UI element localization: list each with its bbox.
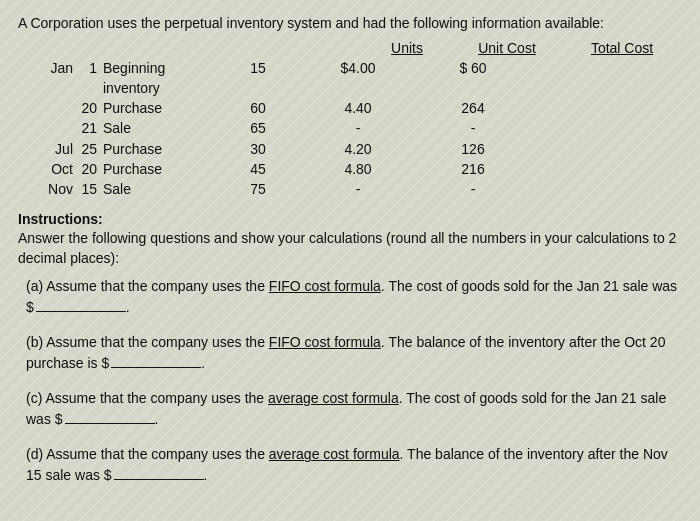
question-c-text3: . (155, 411, 159, 427)
col-header-units: Units (391, 40, 423, 56)
table-row: 21 Sale 65 - - (18, 118, 682, 138)
question-d-text1: Assume that the company uses the (46, 446, 269, 462)
question-a-text1: Assume that the company uses the (46, 278, 269, 294)
desc-cell: Sale (103, 179, 213, 199)
total-cost-cell: $ 60 (413, 58, 533, 78)
total-cost-cell: 126 (413, 139, 533, 159)
unit-cost-cell: 4.80 (303, 159, 413, 179)
unit-cost-cell: $4.00 (303, 58, 413, 78)
day-cell: 15 (73, 179, 103, 199)
question-d-formula: average cost formula (269, 446, 400, 462)
question-b-label: (b) (26, 334, 43, 350)
unit-cost-cell: - (303, 118, 413, 138)
question-b-formula: FIFO cost formula (269, 334, 381, 350)
total-cost-cell: 264 (413, 98, 533, 118)
instructions-section: Instructions: Answer the following quest… (18, 210, 682, 269)
units-cell: 30 (213, 139, 303, 159)
question-b: (b) Assume that the company uses the FIF… (18, 332, 682, 374)
total-cost-cell: - (413, 179, 533, 199)
question-c-text1: Assume that the company uses the (45, 390, 268, 406)
date-cell: Jan (18, 58, 73, 78)
units-cell: 75 (213, 179, 303, 199)
question-a-formula: FIFO cost formula (269, 278, 381, 294)
date-cell: Oct (18, 159, 73, 179)
question-b-blank[interactable] (111, 367, 201, 368)
question-b-text1: Assume that the company uses the (46, 334, 269, 350)
inventory-rows: Jan 1 Beginning inventory 15 $4.00 $ 60 … (18, 58, 682, 200)
question-d-blank[interactable] (114, 479, 204, 480)
units-cell: 15 (213, 58, 303, 78)
question-a: (a) Assume that the company uses the FIF… (18, 276, 682, 318)
instructions-title: Instructions: (18, 211, 103, 227)
question-c: (c) Assume that the company uses the ave… (18, 388, 682, 430)
question-d-label: (d) (26, 446, 43, 462)
question-b-text3: . (201, 355, 205, 371)
desc-cell: Beginning inventory (103, 58, 213, 99)
question-c-label: (c) (26, 390, 42, 406)
unit-cost-cell: 4.20 (303, 139, 413, 159)
desc-cell: Sale (103, 118, 213, 138)
day-cell: 1 (73, 58, 103, 78)
question-a-blank[interactable] (36, 311, 126, 312)
unit-cost-cell: - (303, 179, 413, 199)
col-header-total-cost: Total Cost (591, 40, 653, 56)
unit-cost-cell: 4.40 (303, 98, 413, 118)
day-cell: 20 (73, 159, 103, 179)
date-cell: Jul (18, 139, 73, 159)
question-c-blank[interactable] (65, 423, 155, 424)
question-a-text3: . (126, 299, 130, 315)
table-row: 20 Purchase 60 4.40 264 (18, 98, 682, 118)
desc-cell: Purchase (103, 139, 213, 159)
intro-text: A Corporation uses the perpetual invento… (18, 14, 682, 34)
total-cost-cell: 216 (413, 159, 533, 179)
date-cell: Nov (18, 179, 73, 199)
instructions-body: Answer the following questions and show … (18, 230, 676, 266)
units-cell: 45 (213, 159, 303, 179)
table-row: Jul 25 Purchase 30 4.20 126 (18, 139, 682, 159)
col-header-unit-cost: Unit Cost (478, 40, 536, 56)
questions-section: (a) Assume that the company uses the FIF… (18, 276, 682, 486)
question-c-formula: average cost formula (268, 390, 399, 406)
table-row: Jan 1 Beginning inventory 15 $4.00 $ 60 (18, 58, 682, 99)
desc-cell: Purchase (103, 159, 213, 179)
day-cell: 25 (73, 139, 103, 159)
day-cell: 20 (73, 98, 103, 118)
units-cell: 60 (213, 98, 303, 118)
table-row: Oct 20 Purchase 45 4.80 216 (18, 159, 682, 179)
total-cost-cell: - (413, 118, 533, 138)
question-d-text3: . (204, 467, 208, 483)
question-a-label: (a) (26, 278, 43, 294)
units-cell: 65 (213, 118, 303, 138)
question-d: (d) Assume that the company uses the ave… (18, 444, 682, 486)
desc-cell: Purchase (103, 98, 213, 118)
day-cell: 21 (73, 118, 103, 138)
table-row: Nov 15 Sale 75 - - (18, 179, 682, 199)
